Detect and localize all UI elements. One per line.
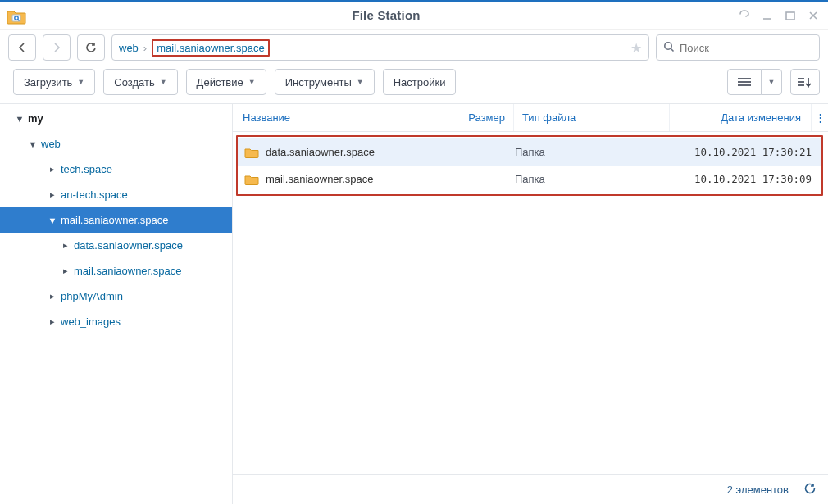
- settings-label: Настройки: [394, 76, 446, 89]
- caret-down-icon: ▼: [160, 78, 167, 86]
- folder-tree[interactable]: ▼my▼web▸tech.space▸an-tech.space▼mail.sa…: [0, 103, 233, 504]
- action-label: Действие: [197, 76, 243, 89]
- tree-node[interactable]: ▼my: [0, 106, 232, 131]
- tree-node[interactable]: ▼mail.saniaowner.space: [0, 207, 232, 233]
- twisty-open-icon[interactable]: ▼: [46, 216, 59, 225]
- tree-node-label: mail.saniaowner.space: [61, 214, 169, 226]
- toolbar: Загрузить▼ Создать▼ Действие▼ Инструмент…: [0, 66, 828, 103]
- caret-down-icon: ▼: [248, 78, 256, 86]
- file-date: 10.10.2021 17:30:21: [671, 146, 821, 158]
- tree-node-label: data.saniaowner.space: [74, 239, 183, 252]
- search-input[interactable]: [680, 42, 812, 54]
- column-menu-icon[interactable]: ⋮: [811, 104, 828, 131]
- tools-label: Инструменты: [285, 76, 352, 89]
- tree-node[interactable]: ▸an-tech.space: [0, 182, 232, 207]
- window-help-icon[interactable]: [738, 9, 751, 22]
- file-type: Папка: [515, 146, 671, 158]
- twisty-open-icon[interactable]: ▼: [26, 139, 39, 149]
- upload-button[interactable]: Загрузить▼: [13, 69, 95, 95]
- table-row[interactable]: data.saniaowner.spaceПапка10.10.2021 17:…: [238, 138, 821, 166]
- column-type[interactable]: Тип файла: [513, 104, 669, 131]
- tree-node-label: web_images: [61, 316, 121, 328]
- caret-down-icon: ▼: [77, 78, 84, 86]
- column-size[interactable]: Размер: [425, 104, 513, 131]
- main-area: ▼my▼web▸tech.space▸an-tech.space▼mail.sa…: [0, 103, 828, 504]
- twisty-open-icon[interactable]: ▼: [13, 114, 26, 124]
- action-button[interactable]: Действие▼: [186, 69, 266, 95]
- status-bar: 2 элементов: [233, 474, 828, 504]
- create-button[interactable]: Создать▼: [103, 69, 177, 95]
- svg-point-7: [665, 42, 671, 48]
- caret-down-icon: ▼: [357, 78, 364, 86]
- nav-back-button[interactable]: [8, 34, 36, 61]
- nav-refresh-button[interactable]: [77, 34, 105, 61]
- tree-node-label: tech.space: [61, 163, 112, 175]
- chevron-right-icon: ›: [143, 42, 147, 54]
- address-bar-row: web › mail.saniaowner.space ★: [0, 30, 828, 66]
- folder-icon: [244, 146, 259, 158]
- app-icon: [7, 7, 26, 25]
- title-bar: File Station: [0, 0, 828, 30]
- footer-refresh-button[interactable]: [803, 482, 817, 497]
- tree-node-label: phpMyAdmin: [61, 290, 123, 302]
- window-title: File Station: [34, 8, 738, 22]
- file-name: data.saniaowner.space: [266, 146, 375, 158]
- svg-rect-4: [786, 12, 794, 20]
- tree-node[interactable]: ▸web_images: [0, 309, 232, 334]
- tree-node[interactable]: ▼web: [0, 131, 232, 157]
- view-mode-group: ▼: [727, 69, 782, 95]
- crumb-0[interactable]: web: [119, 42, 139, 54]
- highlight-box: data.saniaowner.spaceПапка10.10.2021 17:…: [236, 135, 823, 196]
- twisty-closed-icon[interactable]: ▸: [46, 189, 59, 200]
- search-box[interactable]: [656, 34, 820, 61]
- column-header-row: Название Размер Тип файла Дата изменения…: [233, 104, 828, 132]
- tree-node-label: mail.saniaowner.space: [74, 265, 182, 277]
- file-name: mail.saniaowner.space: [266, 173, 374, 185]
- list-icon: [738, 77, 751, 87]
- twisty-closed-icon[interactable]: ▸: [46, 316, 59, 327]
- window-close-icon[interactable]: [807, 9, 820, 22]
- caret-down-icon: ▼: [768, 78, 776, 86]
- twisty-closed-icon[interactable]: ▸: [46, 164, 59, 175]
- tree-node[interactable]: ▸data.saniaowner.space: [0, 233, 232, 258]
- file-date: 10.10.2021 17:30:09: [671, 173, 821, 185]
- tree-node-label: web: [41, 138, 61, 150]
- item-count: 2 элементов: [727, 484, 789, 496]
- tree-node-label: my: [28, 112, 43, 125]
- svg-line-8: [671, 48, 673, 51]
- twisty-closed-icon[interactable]: ▸: [59, 266, 72, 276]
- column-date[interactable]: Дата изменения: [669, 104, 811, 131]
- twisty-closed-icon[interactable]: ▸: [59, 240, 72, 251]
- window-maximize-icon[interactable]: [784, 9, 797, 22]
- window-minimize-icon[interactable]: [761, 9, 774, 22]
- table-row[interactable]: mail.saniaowner.spaceПапка10.10.2021 17:…: [238, 166, 821, 193]
- file-rows: data.saniaowner.spaceПапка10.10.2021 17:…: [233, 132, 828, 474]
- settings-button[interactable]: Настройки: [383, 69, 457, 95]
- upload-label: Загрузить: [24, 76, 72, 89]
- search-icon: [663, 41, 675, 55]
- sort-icon: [798, 76, 812, 88]
- breadcrumb[interactable]: web › mail.saniaowner.space ★: [111, 34, 649, 61]
- tree-node-label: an-tech.space: [61, 188, 128, 201]
- sort-settings-button[interactable]: [790, 69, 820, 95]
- folder-icon: [244, 173, 259, 185]
- tree-node[interactable]: ▸tech.space: [0, 157, 232, 182]
- tools-button[interactable]: Инструменты▼: [275, 69, 375, 95]
- tree-node[interactable]: ▸phpMyAdmin: [0, 284, 232, 309]
- file-list: Название Размер Тип файла Дата изменения…: [233, 103, 828, 504]
- column-name[interactable]: Название: [233, 104, 425, 131]
- list-view-button[interactable]: [727, 69, 762, 95]
- tree-node[interactable]: ▸mail.saniaowner.space: [0, 258, 232, 284]
- crumb-1[interactable]: mail.saniaowner.space: [152, 39, 270, 57]
- favorite-star-icon[interactable]: ★: [630, 40, 642, 56]
- file-type: Папка: [515, 173, 671, 185]
- nav-forward-button[interactable]: [43, 34, 71, 61]
- create-label: Создать: [114, 76, 154, 89]
- view-mode-dropdown[interactable]: ▼: [761, 69, 782, 95]
- twisty-closed-icon[interactable]: ▸: [46, 291, 59, 302]
